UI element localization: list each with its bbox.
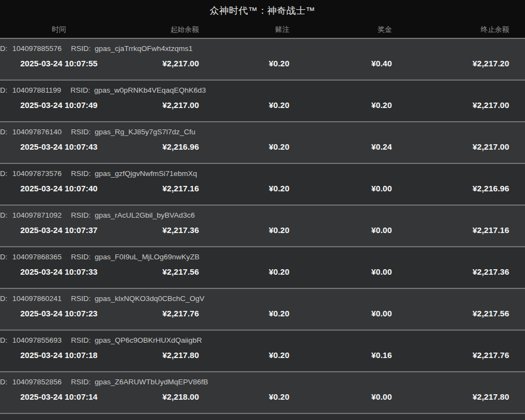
rsid-value: gpas_Rg_KJ85y7gS7l7dz_Cfu [95,128,196,136]
rsid-value: gpas_w0pRNKb4VEqaqEQhK6d3 [94,86,206,94]
cell-win: ¥0.00 [289,392,392,401]
round-id-value: 104097852856 [13,378,62,386]
round-values-line: 2025-03-24 10:07:18 ¥2,217.80 ¥0.20 ¥0.1… [0,350,525,360]
id-label: D: [0,44,8,53]
table-row-partial [0,413,525,420]
id-label: D: [0,169,8,178]
rsid-label: RSID: [71,86,90,94]
round-id-value: 104097881199 [13,86,61,94]
cell-start-balance: ¥2,217.00 [118,59,199,68]
cell-win: ¥0.00 [289,225,392,235]
column-header-end-balance: 终止余额 [392,25,509,35]
table-row: D:104097885576RSID:gpas_cjaTrrkqOFwh4xtz… [0,38,525,80]
cell-end-balance: ¥2,216.96 [392,184,509,193]
rsid-label: RSID: [71,336,91,344]
table-header-row: 时间 起始余额 赌注 奖金 终止余额 [0,21,525,38]
cell-win: ¥0.16 [289,350,392,360]
id-label: D: [0,86,8,94]
cell-start-balance: ¥2,217.36 [118,225,199,235]
cell-bet: ¥0.20 [199,267,289,276]
cell-time: 2025-03-24 10:07:18 [0,350,118,360]
cell-bet: ¥0.20 [199,184,289,193]
round-values-line: 2025-03-24 10:07:23 ¥2,217.76 ¥0.20 ¥0.0… [0,309,525,318]
round-id-line: D:104097860241RSID:gpas_klxNQKO3dq0CBchC… [0,289,525,304]
round-id-line: D:104097876140RSID:gpas_Rg_KJ85y7gS7l7dz… [0,122,525,138]
round-id-value: 104097876140 [13,128,62,136]
cell-win: ¥0.40 [289,59,392,68]
id-label: D: [0,128,8,136]
rsid-value: gpas_klxNQKO3dq0CBchC_OgV [95,294,204,303]
round-values-line: 2025-03-24 10:07:33 ¥2,217.56 ¥0.20 ¥0.0… [0,267,525,276]
cell-bet: ¥0.20 [199,309,289,318]
cell-bet: ¥0.20 [199,100,289,110]
rsid-value: gpas_cjaTrrkqOFwh4xtzqms1 [95,44,193,53]
cell-time: 2025-03-24 10:07:43 [0,142,118,151]
title-bar: 众神时代™：神奇战士™ [0,0,525,21]
table-row: D:104097876140RSID:gpas_Rg_KJ85y7gS7l7dz… [0,121,525,163]
cell-bet: ¥0.20 [199,225,289,235]
cell-time: 2025-03-24 10:07:49 [0,100,118,110]
cell-end-balance: ¥2,217.56 [392,309,509,318]
cell-time: 2025-03-24 10:07:33 [0,267,118,276]
cell-end-balance: ¥2,217.00 [392,142,509,151]
table-row: D:104097881199RSID:gpas_w0pRNKb4VEqaqEQh… [0,80,525,121]
table-row: D:104097868365RSID:gpas_F0I9uL_MjLOg69nw… [0,246,525,288]
rsid-value: gpas_QP6c9OBKrHUXdQaiigbR [95,336,202,344]
cell-time: 2025-03-24 10:07:55 [0,59,118,68]
cell-time: 2025-03-24 10:07:23 [0,309,118,318]
cell-end-balance: ¥2,217.20 [392,59,509,68]
rsid-label: RSID: [71,378,91,386]
round-values-line: 2025-03-24 10:07:14 ¥2,218.00 ¥0.20 ¥0.0… [0,392,525,401]
cell-start-balance: ¥2,217.16 [118,184,199,193]
column-header-start-balance: 起始余额 [118,25,199,35]
round-id-value: 104097885576 [13,44,62,53]
cell-end-balance: ¥2,217.76 [392,350,509,360]
id-label: D: [0,336,8,344]
cell-start-balance: ¥2,217.56 [118,267,199,276]
table-row: D:104097855693RSID:gpas_QP6c9OBKrHUXdQai… [0,330,525,371]
id-label: D: [0,211,8,219]
cell-time: 2025-03-24 10:07:37 [0,225,118,235]
round-id-line: D:104097855693RSID:gpas_QP6c9OBKrHUXdQai… [0,331,525,346]
table-row: D:104097873576RSID:gpas_gzfQjgvNwfmSi71e… [0,163,525,205]
round-id-value: 104097868365 [13,253,62,261]
id-label: D: [0,294,8,303]
rsid-value: gpas_gzfQjgvNwfmSi71ebmXq [95,169,197,178]
cell-start-balance: ¥2,217.76 [118,309,199,318]
cell-time: 2025-03-24 10:07:14 [0,392,118,401]
cell-bet: ¥0.20 [199,142,289,151]
cell-time: 2025-03-24 10:07:40 [0,184,118,193]
cell-start-balance: ¥2,216.96 [118,142,199,151]
round-values-line: 2025-03-24 10:07:40 ¥2,217.16 ¥0.20 ¥0.0… [0,184,525,193]
rsid-label: RSID: [71,169,91,178]
round-id-line: D:104097881199RSID:gpas_w0pRNKb4VEqaqEQh… [0,81,525,96]
id-label: D: [0,378,8,386]
rsid-value: gpas_rAcUL2Gbil_byBVAd3c6 [95,211,195,219]
bet-history-list[interactable]: D:104097885576RSID:gpas_cjaTrrkqOFwh4xtz… [0,38,525,420]
rsid-label: RSID: [71,294,91,303]
rsid-value: gpas_F0I9uL_MjLOg69nwKyZB [95,253,199,261]
cell-win: ¥0.00 [289,309,392,318]
round-id-value: 104097871092 [13,211,62,219]
round-id-line: D:104097871092RSID:gpas_rAcUL2Gbil_byBVA… [0,206,525,221]
round-values-line: 2025-03-24 10:07:37 ¥2,217.36 ¥0.20 ¥0.0… [0,225,525,235]
cell-win: ¥0.24 [289,142,392,151]
round-values-line: 2025-03-24 10:07:49 ¥2,217.00 ¥0.20 ¥0.2… [0,100,525,110]
column-header-win: 奖金 [289,25,392,35]
table-row: D:104097852856RSID:gpas_Z6ARUWTbUydMqEPV… [0,371,525,413]
cell-end-balance: ¥2,217.00 [392,100,509,110]
round-id-line: D:104097852856RSID:gpas_Z6ARUWTbUydMqEPV… [0,372,525,388]
page-title: 众神时代™：神奇战士™ [210,4,316,17]
cell-start-balance: ¥2,217.80 [118,350,199,360]
rsid-label: RSID: [71,44,91,53]
cell-win: ¥0.00 [289,184,392,193]
cell-start-balance: ¥2,218.00 [118,392,199,401]
cell-bet: ¥0.20 [199,350,289,360]
round-id-value: 104097855693 [13,336,62,344]
round-id-value: 104097860241 [13,294,62,303]
round-values-line: 2025-03-24 10:07:43 ¥2,216.96 ¥0.20 ¥0.2… [0,142,525,151]
column-header-bet: 赌注 [199,25,289,35]
cell-bet: ¥0.20 [199,392,289,401]
id-label: D: [0,253,8,261]
bet-history-window: 众神时代™：神奇战士™ 时间 起始余额 赌注 奖金 终止余额 D:1040978… [0,0,525,420]
